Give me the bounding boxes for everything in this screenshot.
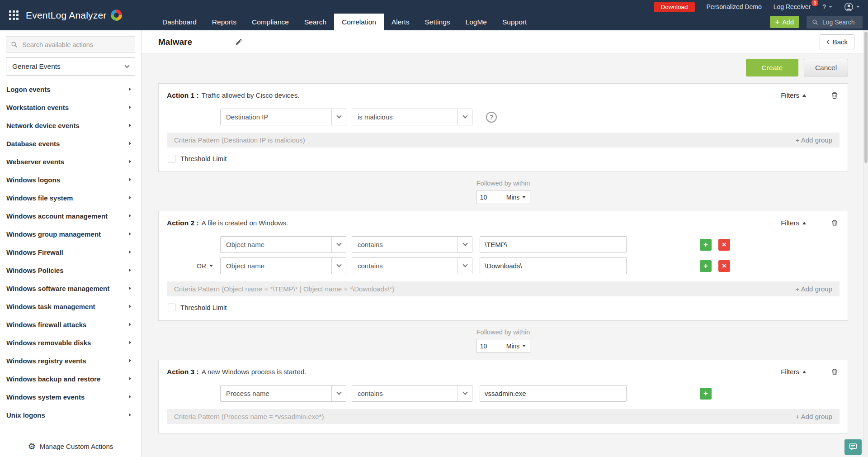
app-logo: EventLog Analyzer bbox=[26, 10, 122, 21]
interval-input[interactable] bbox=[476, 339, 502, 353]
trash-icon[interactable] bbox=[830, 91, 839, 100]
create-button[interactable]: Create bbox=[746, 59, 798, 76]
log-search[interactable]: Log Search bbox=[807, 16, 863, 29]
sidebar-item-windows-backup-and-restore[interactable]: Windows backup and restore bbox=[0, 370, 141, 388]
trash-icon[interactable] bbox=[830, 219, 839, 227]
interval-unit-select[interactable]: Mins bbox=[502, 339, 531, 353]
user-icon bbox=[844, 2, 854, 12]
value-input[interactable] bbox=[480, 257, 627, 274]
chevron-right-icon bbox=[129, 196, 131, 200]
add-row-icon[interactable]: + bbox=[700, 388, 712, 400]
filters-toggle[interactable]: Filters bbox=[781, 219, 806, 227]
log-receiver-link[interactable]: Log Receiver 3 bbox=[774, 3, 811, 10]
sidebar-item-unix-logons[interactable]: Unix logons bbox=[0, 406, 141, 424]
chevron-down-icon bbox=[331, 386, 346, 401]
edit-icon[interactable] bbox=[235, 38, 243, 46]
feedback-chat-button[interactable] bbox=[844, 439, 862, 455]
sidebar-item-windows-firewall-attacks[interactable]: Windows firewall attacks bbox=[0, 315, 141, 333]
plus-icon: + bbox=[775, 19, 779, 26]
add-button[interactable]: + Add bbox=[770, 16, 799, 28]
add-group-link[interactable]: + Add group bbox=[796, 285, 832, 293]
tab-search[interactable]: Search bbox=[297, 14, 334, 30]
criteria-pattern-text: Criteria Pattern (Process name = *vssadm… bbox=[174, 413, 324, 420]
action-title: Action 3 : bbox=[167, 368, 199, 376]
chevron-up-icon bbox=[802, 94, 806, 97]
chevron-up-icon bbox=[802, 371, 806, 373]
action-search-input[interactable] bbox=[21, 41, 130, 49]
sidebar-item-windows-registry-events[interactable]: Windows registry events bbox=[0, 352, 141, 370]
sidebar-item-windows-task-management[interactable]: Windows task management bbox=[0, 297, 141, 315]
tab-support[interactable]: Support bbox=[495, 14, 534, 30]
action-description: A new Windows process is started. bbox=[202, 368, 307, 376]
add-group-link[interactable]: + Add group bbox=[796, 413, 832, 420]
chevron-left-icon: ‹ bbox=[826, 37, 830, 46]
threshold-checkbox[interactable] bbox=[168, 155, 175, 162]
main-area: Malware ‹ Back Create Cancel Action 1 : … bbox=[142, 30, 868, 457]
value-input[interactable] bbox=[480, 385, 627, 402]
tab-alerts[interactable]: Alerts bbox=[384, 14, 417, 30]
tab-reports[interactable]: Reports bbox=[204, 14, 244, 30]
sidebar-item-windows-file-system[interactable]: Windows file system bbox=[0, 189, 141, 207]
add-row-icon[interactable]: + bbox=[700, 260, 712, 272]
sidebar-item-windows-account-management[interactable]: Windows account management bbox=[0, 207, 141, 225]
sidebar-item-windows-system-events[interactable]: Windows system events bbox=[0, 388, 141, 406]
search-icon bbox=[11, 41, 18, 48]
tab-settings[interactable]: Settings bbox=[417, 14, 458, 30]
sidebar-item-workstation-events[interactable]: Workstation events bbox=[0, 98, 141, 116]
sidebar-item-windows-removable-disks[interactable]: Windows removable disks bbox=[0, 333, 141, 352]
user-menu[interactable] bbox=[844, 2, 860, 12]
trash-icon[interactable] bbox=[830, 367, 839, 376]
sidebar-item-database-events[interactable]: Database events bbox=[0, 134, 141, 152]
tab-logme[interactable]: LogMe bbox=[458, 14, 495, 30]
apps-grid-icon[interactable] bbox=[9, 10, 19, 20]
cancel-button[interactable]: Cancel bbox=[804, 59, 848, 76]
sidebar-item-windows-policies[interactable]: Windows Policies bbox=[0, 261, 141, 279]
remove-row-icon[interactable]: × bbox=[718, 260, 730, 272]
chevron-down-icon bbox=[856, 6, 860, 8]
field-select[interactable]: Process name bbox=[220, 385, 346, 402]
tab-compliance[interactable]: Compliance bbox=[244, 14, 297, 30]
scrollbar-thumb[interactable] bbox=[864, 32, 868, 163]
add-row-icon[interactable]: + bbox=[700, 239, 712, 251]
threshold-checkbox[interactable] bbox=[168, 304, 175, 311]
help-menu[interactable]: ? bbox=[822, 3, 832, 10]
sidebar-item-webserver-events[interactable]: Webserver events bbox=[0, 152, 141, 171]
add-group-link[interactable]: + Add group bbox=[796, 136, 832, 144]
manage-custom-actions-button[interactable]: ⚙ Manage Custom Actions bbox=[0, 442, 141, 451]
chevron-down-icon bbox=[331, 258, 346, 274]
event-category-select[interactable]: General Events bbox=[6, 57, 135, 76]
interval-input[interactable] bbox=[476, 190, 502, 204]
field-select[interactable]: Destination IP bbox=[220, 109, 346, 125]
sidebar-list: Logon events Workstation events Network … bbox=[0, 80, 141, 424]
chevron-down-icon bbox=[331, 237, 346, 252]
remove-row-icon[interactable]: × bbox=[718, 239, 730, 251]
back-button[interactable]: ‹ Back bbox=[820, 34, 854, 49]
value-input[interactable] bbox=[480, 236, 627, 253]
sidebar-item-windows-software-management[interactable]: Windows software management bbox=[0, 279, 141, 297]
tab-dashboard[interactable]: Dashboard bbox=[155, 14, 204, 30]
download-button[interactable]: Download bbox=[654, 2, 694, 12]
chevron-down-icon bbox=[522, 345, 526, 347]
field-select[interactable]: Object name bbox=[220, 236, 346, 253]
personalized-demo-link[interactable]: Personalized Demo bbox=[707, 3, 762, 10]
help-icon[interactable]: ? bbox=[486, 112, 497, 123]
tab-correlation[interactable]: Correlation bbox=[334, 14, 384, 30]
page-scrollbar[interactable] bbox=[863, 30, 868, 457]
field-select[interactable]: Object name bbox=[220, 257, 346, 274]
sidebar-item-windows-logons[interactable]: Windows logons bbox=[0, 171, 141, 189]
sidebar-item-windows-group-management[interactable]: Windows group management bbox=[0, 225, 141, 243]
operator-select[interactable]: is malicious bbox=[352, 109, 472, 125]
action-description: Traffic allowed by Cisco devices. bbox=[202, 91, 300, 99]
operator-select[interactable]: contains bbox=[352, 236, 472, 253]
interval-unit-select[interactable]: Mins bbox=[502, 190, 531, 204]
action-search[interactable] bbox=[6, 36, 135, 53]
sidebar-item-logon-events[interactable]: Logon events bbox=[0, 80, 141, 98]
sidebar-item-windows-firewall[interactable]: Windows Firewall bbox=[0, 243, 141, 261]
sidebar-item-network-device-events[interactable]: Network device events bbox=[0, 116, 141, 134]
filters-toggle[interactable]: Filters bbox=[781, 91, 806, 99]
operator-select[interactable]: contains bbox=[352, 257, 472, 274]
chevron-right-icon bbox=[129, 87, 131, 91]
join-operator-select[interactable]: OR bbox=[167, 262, 220, 270]
filters-toggle[interactable]: Filters bbox=[781, 368, 806, 376]
operator-select[interactable]: contains bbox=[352, 385, 472, 402]
